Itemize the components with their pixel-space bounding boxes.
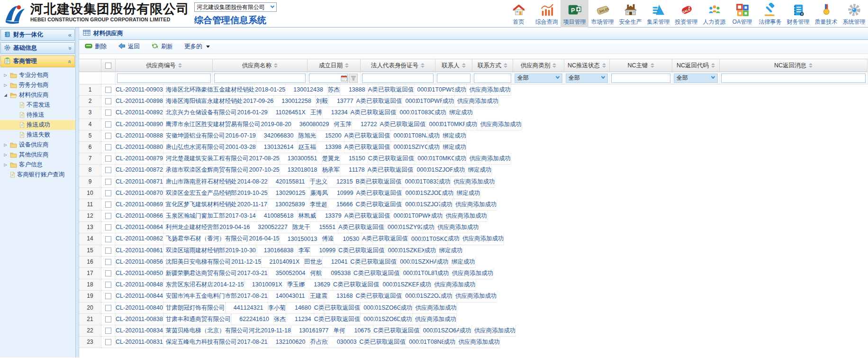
tree-item[interactable]: 客商银行账户查询 — [0, 170, 75, 180]
tree-item[interactable]: 不需发送 — [0, 100, 75, 110]
row-checkbox[interactable] — [105, 282, 111, 288]
sidebar-section-basic-info[interactable]: 基础信息 « — [0, 42, 75, 54]
tree-item[interactable]: ▷设备供应商 — [0, 140, 75, 150]
tree-item[interactable]: ▷专业分包商 — [0, 70, 75, 80]
calendar-icon[interactable] — [341, 75, 347, 82]
nav-item-home[interactable]: 首页 — [505, 0, 533, 28]
table-row[interactable]: 21CL-202011-00838甘肃丰和通商贸有限公司622241610张杰1… — [79, 314, 868, 325]
col-header-nc_code[interactable]: NC返回代码 — [672, 59, 720, 72]
table-row[interactable]: 5CL-202011-00888安徽坤源铝业有限公司2016-07-193420… — [79, 130, 868, 142]
sidebar-splitter[interactable] — [76, 28, 79, 358]
filter-input-contact[interactable] — [437, 73, 470, 83]
table-row[interactable]: 16CL-202011-00856沈阳美日安电梯有限公司2011-12-1521… — [79, 257, 868, 268]
sidebar-module-finance-integration[interactable]: 财务一体化 « — [0, 29, 75, 41]
row-checkbox[interactable] — [105, 202, 111, 208]
filter-input-legal_id[interactable] — [362, 73, 434, 83]
col-header-nc_msg[interactable]: NC返回消息 — [720, 59, 868, 72]
filter-select-category[interactable]: 全部 — [515, 73, 562, 83]
filter-select-nc_code[interactable]: 全部 — [674, 73, 718, 83]
col-header-name[interactable]: 供应商名称 — [213, 59, 307, 72]
row-checkbox[interactable] — [105, 293, 111, 299]
col-header-nc_key[interactable]: NC主键 — [610, 59, 672, 72]
row-checkbox[interactable] — [105, 110, 111, 116]
table-row[interactable]: 2CL-202011-00898海港区海阳镇富永建材经销处2017-09-261… — [79, 96, 868, 107]
row-checkbox[interactable] — [105, 316, 111, 322]
col-header-phone[interactable]: 联系方式 — [472, 59, 513, 72]
table-row[interactable]: 23CL-202011-00831保定五峰电力科技有限公司2017-08-211… — [79, 337, 868, 348]
table-row[interactable]: 19CL-202011-00844安国市鸿丰五金电料门市部2017-08-211… — [79, 291, 868, 302]
tree-collapsed-icon[interactable]: ▷ — [3, 83, 8, 87]
row-checkbox[interactable] — [105, 270, 111, 276]
table-row[interactable]: 9CL-202011-00871唐山市路南意祥石材经销处2014-08-2242… — [79, 176, 868, 188]
filter-input-nc_msg[interactable] — [721, 73, 866, 83]
row-checkbox[interactable] — [105, 236, 111, 242]
nav-item-quality[interactable]: 质量技术 — [812, 0, 840, 28]
nav-item-legal[interactable]: 法律事务 — [756, 0, 784, 28]
row-checkbox[interactable] — [105, 87, 111, 93]
row-checkbox[interactable] — [105, 259, 111, 265]
table-row[interactable]: 11CL-202011-00869宣化区梦飞建筑材料经销处2020-11-171… — [79, 199, 868, 211]
col-header-legal_id[interactable]: 法人代表身份证号 — [361, 59, 435, 72]
table-row[interactable]: 14CL-202011-00862飞扬君华石材（香河）有限公司2016-04-1… — [79, 233, 868, 245]
table-row[interactable]: 20CL-202011-00840甘肃朗冠灯饰有限公司441124321李小菊1… — [79, 303, 868, 314]
col-header-category[interactable]: 供应商类别 — [513, 59, 564, 72]
filter-input-code[interactable] — [117, 73, 211, 83]
nav-item-oa[interactable]: OA管理 — [728, 0, 756, 28]
table-row[interactable]: 7CL-202011-00879河北楚晟建筑安装工程有限公司2017-08-25… — [79, 153, 868, 165]
col-header-contact[interactable]: 联系人 — [435, 59, 472, 72]
nav-item-procurement[interactable]: 集采管理 — [644, 0, 672, 28]
row-checkbox[interactable] — [105, 179, 111, 185]
row-checkbox[interactable] — [105, 248, 111, 254]
nav-item-system[interactable]: 系统管理 — [840, 0, 868, 28]
select-all-checkbox[interactable] — [105, 63, 111, 69]
back-button[interactable]: 返回 — [118, 43, 140, 51]
tree-item[interactable]: 待推送 — [0, 110, 75, 120]
filter-select-nc_status[interactable]: 全部 — [566, 73, 608, 83]
row-checkbox[interactable] — [105, 98, 111, 104]
table-row[interactable]: 12CL-202011-00866玉泉区瀚城门窗加工部2017-03-14410… — [79, 211, 868, 222]
col-header-nc_status[interactable]: NC推送状态 — [564, 59, 610, 72]
row-checkbox[interactable] — [105, 121, 111, 128]
row-checkbox[interactable] — [105, 328, 111, 334]
nav-item-market[interactable]: SALES市场管理 — [588, 0, 616, 28]
table-row[interactable]: 15CL-202011-00861双滦区瑞雨建材经销部2019-10-30130… — [79, 245, 868, 257]
nav-item-hr[interactable]: 人力资源 — [700, 0, 728, 28]
nav-item-query[interactable]: 综合查询 — [533, 0, 561, 28]
tree-item[interactable]: 推送成功 — [0, 120, 75, 130]
sidebar-section-customer-mgmt[interactable]: 客商管理 « — [0, 55, 75, 67]
row-checkbox[interactable] — [105, 133, 111, 139]
table-row[interactable]: 3CL-202011-00892北京兴力仓储设备有限公司2016-01-2911… — [79, 107, 868, 119]
tree-item[interactable]: ▷劳务分包商 — [0, 80, 75, 90]
table-row[interactable]: 13CL-202011-00864利州龙企建材经营部2019-04-163200… — [79, 222, 868, 233]
table-row[interactable]: 1CL-202011-00903海港区北环路豪德五金建材经销处2018-01-2… — [79, 84, 868, 96]
tree-collapsed-icon[interactable]: ▷ — [3, 163, 8, 167]
table-row[interactable]: 22CL-202011-00834莱茵贝格电梯（北京）有限公司河北2019-11… — [79, 325, 868, 337]
col-header-date[interactable]: 成立日期 — [307, 59, 361, 72]
table-row[interactable]: 4CL-202011-00890鹰潭市余江区胜安建材贸易有限公司2019-08-… — [79, 119, 868, 130]
row-checkbox[interactable] — [105, 213, 111, 219]
expand-section-icon[interactable]: « — [67, 46, 73, 50]
more-button[interactable]: 更多的 — [184, 43, 210, 51]
row-checkbox[interactable] — [105, 156, 111, 162]
filter-input-phone[interactable] — [474, 73, 511, 83]
table-row[interactable]: 8CL-202011-00872承德市双滦区金辉商贸有限公司2007-10-25… — [79, 165, 868, 176]
row-checkbox[interactable] — [105, 224, 111, 230]
tree-collapsed-icon[interactable]: ▷ — [3, 153, 8, 157]
tree-collapsed-icon[interactable]: ▷ — [3, 73, 8, 77]
row-checkbox[interactable] — [105, 305, 111, 311]
filter-input-name[interactable] — [214, 73, 306, 83]
nav-item-investment[interactable]: SALE投资管理 — [672, 0, 700, 28]
table-row[interactable]: 18CL-202011-00848东营区东沼石材店2014-12-1513010… — [79, 279, 868, 291]
tree-item[interactable]: ◢材料供应商 — [0, 90, 75, 100]
organization-select[interactable]: 河北建设集团股份有限公司 — [194, 2, 277, 12]
tree-item[interactable]: ▷客户信息 — [0, 160, 75, 170]
row-checkbox[interactable] — [105, 190, 111, 196]
nav-item-safety[interactable]: 安全生产 — [616, 0, 644, 28]
col-header-code[interactable]: 供应商编号 — [116, 59, 213, 72]
tree-expanded-icon[interactable]: ◢ — [3, 93, 8, 97]
delete-button[interactable]: 删除 — [85, 43, 107, 51]
tree-item[interactable]: 推送失败 — [0, 130, 75, 140]
row-checkbox[interactable] — [105, 144, 111, 150]
filter-input-nc_key[interactable] — [611, 73, 670, 83]
nav-item-finance[interactable]: ¥财务管理 — [784, 0, 812, 28]
